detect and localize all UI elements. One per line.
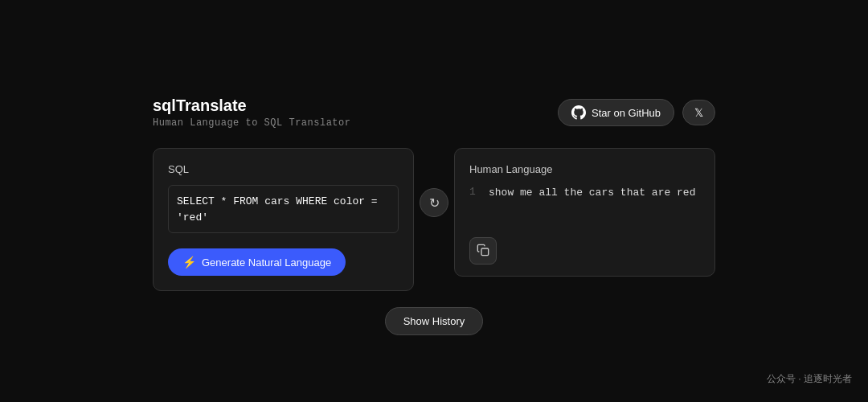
app-title: sqlTranslate — [153, 96, 350, 115]
generate-button[interactable]: ⚡ Generate Natural Language — [168, 248, 346, 276]
human-content: 1 show me all the cars that are red — [469, 185, 700, 201]
twitter-button[interactable]: 𝕏 — [682, 100, 715, 125]
github-button[interactable]: Star on GitHub — [558, 99, 674, 126]
rotate-icon: ↻ — [429, 195, 440, 211]
github-icon — [571, 105, 586, 120]
app-container: sqlTranslate Human Language to SQL Trans… — [0, 0, 868, 402]
watermark: 公众号 · 追逐时光者 — [767, 372, 852, 386]
twitter-icon: 𝕏 — [694, 106, 703, 119]
middle-area: ↻ — [414, 148, 454, 217]
app-subtitle: Human Language to SQL Translator — [153, 117, 350, 129]
spark-icon: ⚡ — [182, 256, 196, 269]
rotate-button[interactable]: ↻ — [420, 188, 448, 217]
sql-panel-label: SQL — [168, 163, 399, 175]
sql-panel: SQL SELECT * FROM cars WHERE color = 're… — [153, 148, 414, 291]
copy-button[interactable] — [469, 237, 497, 265]
main-panel: SQL SELECT * FROM cars WHERE color = 're… — [153, 148, 715, 291]
header: sqlTranslate Human Language to SQL Trans… — [153, 96, 715, 129]
sql-input[interactable]: SELECT * FROM cars WHERE color = 'red' — [168, 185, 399, 233]
human-panel-label: Human Language — [469, 163, 700, 175]
show-history-button[interactable]: Show History — [385, 307, 484, 335]
copy-icon — [477, 244, 489, 259]
generate-btn-label: Generate Natural Language — [202, 256, 331, 269]
line-number: 1 — [469, 185, 481, 198]
human-text: show me all the cars that are red — [489, 185, 695, 201]
github-btn-label: Star on GitHub — [592, 107, 661, 119]
human-panel: Human Language 1 show me all the cars th… — [454, 148, 715, 277]
header-buttons: Star on GitHub 𝕏 — [558, 99, 715, 126]
logo-section: sqlTranslate Human Language to SQL Trans… — [153, 96, 350, 129]
svg-rect-0 — [481, 248, 489, 256]
